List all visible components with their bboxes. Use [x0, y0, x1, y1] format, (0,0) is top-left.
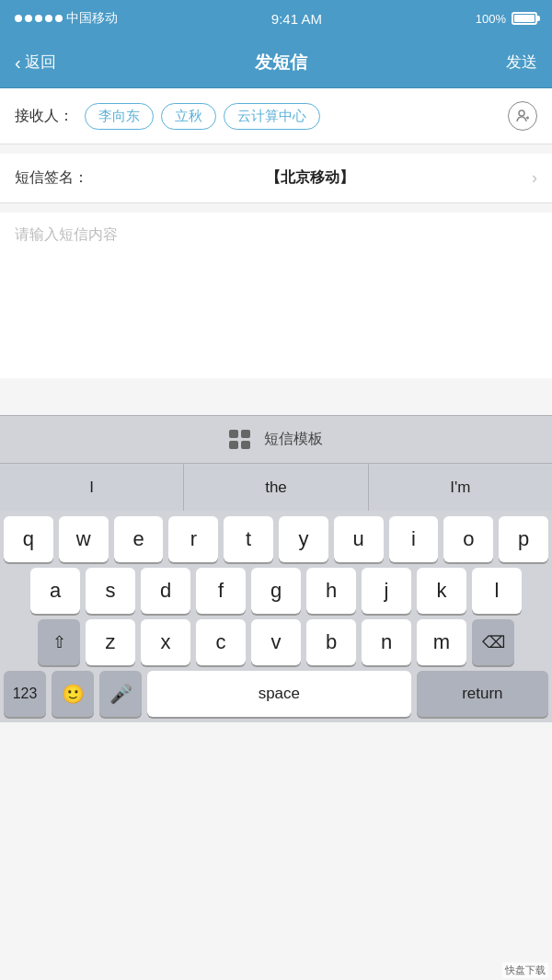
keyboard-row-1: q w e r t y u i o p [0, 511, 552, 562]
page-title: 发短信 [255, 51, 307, 75]
template-label: 短信模板 [264, 430, 323, 449]
key-v[interactable]: v [251, 619, 301, 665]
key-t[interactable]: t [224, 516, 273, 562]
key-c[interactable]: c [196, 619, 246, 665]
status-right: 100% [476, 12, 537, 26]
time-label: 9:41 AM [271, 11, 322, 27]
keyboard: q w e r t y u i o p a s d f g h j k l ⇧ … [0, 511, 552, 722]
key-i[interactable]: i [389, 516, 439, 562]
key-l[interactable]: l [472, 568, 522, 614]
battery-icon [512, 12, 537, 25]
message-input-area[interactable]: 请输入短信内容 [0, 213, 552, 378]
keyboard-row-2: a s d f g h j k l [0, 562, 552, 614]
emoji-button[interactable]: 🙂 [52, 671, 94, 717]
autocomplete-item-3[interactable]: I'm [369, 464, 552, 511]
key-a[interactable]: a [30, 568, 80, 614]
watermark: 快盘下载 [502, 963, 548, 978]
key-r[interactable]: r [168, 516, 218, 562]
status-bar: 中国移动 9:41 AM 100% [0, 0, 552, 37]
key-s[interactable]: s [86, 568, 135, 614]
add-recipient-button[interactable] [508, 101, 537, 131]
key-q[interactable]: q [4, 516, 53, 562]
signature-value: 【北京移动】 [266, 168, 354, 188]
key-p[interactable]: p [499, 516, 548, 562]
key-n[interactable]: n [362, 619, 411, 665]
key-m[interactable]: m [417, 619, 466, 665]
back-arrow-icon: ‹ [15, 53, 21, 72]
template-bar[interactable]: 短信模板 [0, 415, 552, 463]
template-icon [229, 430, 255, 450]
recipient-tag-3[interactable]: 云计算中心 [224, 103, 320, 130]
key-h[interactable]: h [306, 568, 356, 614]
recipient-tag-2[interactable]: 立秋 [161, 103, 216, 130]
key-o[interactable]: o [443, 516, 493, 562]
key-z[interactable]: z [86, 619, 135, 665]
key-e[interactable]: e [114, 516, 164, 562]
keyboard-row-3: ⇧ z x c v b n m ⌫ [0, 614, 552, 665]
signature-label: 短信签名： [15, 168, 88, 188]
recipient-tag-1[interactable]: 李向东 [85, 103, 154, 130]
key-g[interactable]: g [251, 568, 301, 614]
return-button[interactable]: return [417, 671, 548, 717]
autocomplete-item-1[interactable]: I [0, 464, 184, 511]
signature-row[interactable]: 短信签名： 【北京移动】 › [0, 154, 552, 203]
chevron-right-icon: › [532, 168, 537, 188]
key-j[interactable]: j [362, 568, 411, 614]
autocomplete-item-2[interactable]: the [184, 464, 368, 511]
key-f[interactable]: f [196, 568, 246, 614]
signal-icon [15, 15, 63, 22]
recipients-row: 接收人： 李向东 立秋 云计算中心 [0, 88, 552, 144]
autocomplete-bar: I the I'm [0, 463, 552, 511]
back-label: 返回 [25, 52, 56, 73]
send-button[interactable]: 发送 [506, 52, 537, 73]
spacer [0, 378, 552, 415]
keyboard-row-4: 123 🙂 🎤 space return [0, 665, 552, 722]
nav-bar: ‹ 返回 发短信 发送 [0, 37, 552, 88]
key-k[interactable]: k [417, 568, 466, 614]
key-u[interactable]: u [334, 516, 384, 562]
shift-button[interactable]: ⇧ [38, 619, 80, 665]
recipients-label: 接收人： [15, 107, 74, 126]
numbers-button[interactable]: 123 [4, 671, 46, 717]
svg-point-0 [519, 110, 524, 116]
back-button[interactable]: ‹ 返回 [15, 52, 56, 73]
key-b[interactable]: b [306, 619, 356, 665]
message-placeholder: 请输入短信内容 [15, 226, 118, 242]
content-area: 接收人： 李向东 立秋 云计算中心 短信签名： 【北京移动】 › 请输入短信内容 [0, 88, 552, 415]
key-d[interactable]: d [141, 568, 190, 614]
delete-button[interactable]: ⌫ [472, 619, 514, 665]
space-button[interactable]: space [147, 671, 411, 717]
add-person-icon [515, 109, 530, 123]
key-x[interactable]: x [141, 619, 190, 665]
battery-percent: 100% [476, 12, 506, 26]
key-y[interactable]: y [279, 516, 328, 562]
mic-button[interactable]: 🎤 [99, 671, 142, 717]
key-w[interactable]: w [59, 516, 109, 562]
status-left: 中国移动 [15, 10, 118, 27]
carrier-label: 中国移动 [66, 10, 118, 27]
